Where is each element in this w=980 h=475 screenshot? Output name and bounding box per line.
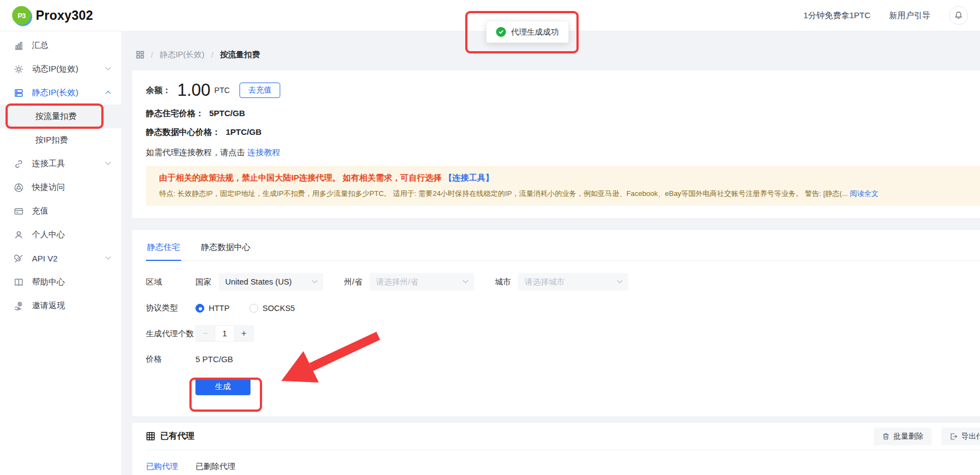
sidebar-item-label: 静态IP(长效) [32,88,78,98]
export-proxies-label: 导出代理 [961,432,980,441]
policy-warning-banner: 由于相关的政策法规，禁止中国大陆IP连接代理。 如有相关需求，可自行选择 【连接… [146,166,980,206]
sidebar-item-static-ip[interactable]: 静态IP(长效) [0,81,121,105]
sidebar-item-quick-access[interactable]: 快捷访问 [0,176,121,199]
residential-price-row: 静态住宅价格：5PTC/GB [146,108,980,119]
sidebar-item-summary[interactable]: 汇总 [0,34,121,57]
region-label: 区域 [146,277,195,287]
generate-button[interactable]: 生成 [195,378,251,395]
chevron-down-icon [106,254,111,260]
sidebar-item-referral[interactable]: 邀请返现 [0,294,121,318]
protocol-option-socks5[interactable]: SOCKS5 [249,304,295,313]
chevron-down-icon [312,277,318,283]
user-icon [14,230,24,240]
browser-icon [14,183,24,193]
protocol-option-http[interactable]: HTTP [195,304,230,313]
warning-headline-text: 由于相关的政策法规，禁止中国大陆IP连接代理。 如有相关需求，可自行选择 [159,173,444,182]
breadcrumb-level1[interactable]: 静态IP(长效) [160,50,204,60]
datacenter-price-label: 静态数据中心价格： [146,127,220,137]
sidebar-item-help-center[interactable]: 帮助中心 [0,270,121,294]
sidebar-item-label: 按IP扣费 [35,135,68,145]
read-more-link[interactable]: 阅读全文 [850,189,879,198]
radio-unselected-icon [249,304,258,313]
country-label: 国家 [195,277,211,287]
tutorial-link[interactable]: 连接教程 [247,148,280,157]
proxy-generator-card: 静态住宅 静态数据中心 区域 国家 United States (US) 州/省… [132,230,980,416]
server-icon [14,88,24,98]
proxy-count-row: 生成代理个数 − 1 + [146,325,980,342]
existing-proxies-tabs: 已购代理 已删除代理 [146,461,980,472]
header-actions: 1分钟免费拿1PTC 新用户引导 [803,6,968,25]
chevron-down-icon [106,160,111,165]
sidebar-item-label: 按流量扣费 [35,111,77,122]
residential-price-label: 静态住宅价格： [146,108,204,118]
brand-name: Proxy302 [36,8,93,23]
breadcrumb-separator: / [211,51,213,59]
breadcrumb: / 静态IP(长效) / 按流量扣费 [136,50,260,60]
existing-proxies-title-text: 已有代理 [160,430,194,442]
export-proxies-button[interactable]: 导出代理 [941,428,980,445]
new-user-guide-link[interactable]: 新用户引导 [889,10,930,21]
connect-tools-link[interactable]: 【连接工具】 [444,173,494,182]
radio-selected-icon [195,304,204,313]
success-check-icon [496,27,506,37]
credit-card-icon [14,206,24,216]
proxy302-app: P3 Proxy302 1分钟免费拿1PTC 新用户引导 汇 [0,0,980,475]
country-selected-value: United States (US) [225,277,292,286]
city-select[interactable]: 请选择城市 [518,273,628,291]
sidebar-item-personal-center[interactable]: 个人中心 [0,223,121,247]
tab-deleted-proxies[interactable]: 已删除代理 [195,461,236,472]
protocol-socks5-label: SOCKS5 [263,304,295,313]
tab-static-residential[interactable]: 静态住宅 [146,239,181,261]
proxy302-logo-icon: P3 [12,6,31,25]
sidebar-item-traffic-billing[interactable]: 按流量扣费 [0,105,121,128]
datacenter-price-row: 静态数据中心价格：1PTC/GB [146,127,980,138]
region-row: 区域 国家 United States (US) 州/省 请选择州/省 城市 请… [146,273,980,291]
sidebar-item-label: 汇总 [32,40,48,51]
country-select[interactable]: United States (US) [219,273,323,291]
warning-detail: 特点: 长效静态IP，固定IP地址，生成IP不扣费，用多少流量扣多少PTC。 适… [159,189,980,199]
brand[interactable]: P3 Proxy302 [12,6,93,25]
sidebar-item-label: 动态IP(短效) [32,64,78,74]
price-label: 价格 [146,354,195,364]
state-select[interactable]: 请选择州/省 [369,273,474,291]
existing-proxies-actions: 批量删除 导出代理 [874,428,980,445]
sidebar-item-api-v2[interactable]: API V2 [0,247,121,270]
bell-icon [954,11,963,20]
sidebar-item-connect-tools[interactable]: 连接工具 [0,152,121,176]
sidebar-nav: 汇总 动态IP(短效) 静态IP(长效) [0,31,121,475]
tab-static-datacenter[interactable]: 静态数据中心 [200,239,252,260]
gear-icon [14,64,24,74]
notification-bell-button[interactable] [949,6,968,25]
table-icon [146,432,155,441]
apps-grid-icon[interactable] [136,51,144,59]
tutorial-row: 如需代理连接教程，请点击 连接教程 [146,148,980,158]
recharge-button[interactable]: 去充值 [239,83,280,98]
sidebar-item-dynamic-ip[interactable]: 动态IP(短效) [0,57,121,81]
balance-label: 余额： [146,85,171,96]
existing-proxies-header: 已有代理 批量删除 导出代理 [146,423,980,450]
stepper-decrease-button[interactable]: − [196,326,215,341]
residential-price-value: 5PTC/GB [209,108,245,118]
protocol-http-label: HTTP [209,304,230,313]
hand-coin-icon [14,301,24,311]
sidebar-item-label: 充值 [32,206,48,216]
generator-tabs: 静态住宅 静态数据中心 [146,239,980,261]
datacenter-price-value: 1PTC/GB [226,127,262,137]
warning-headline: 由于相关的政策法规，禁止中国大陆IP连接代理。 如有相关需求，可自行选择 【连接… [159,173,980,183]
promo-link[interactable]: 1分钟免费拿1PTC [803,10,870,21]
existing-proxies-title: 已有代理 [146,430,194,442]
sidebar-item-ip-billing[interactable]: 按IP扣费 [0,128,121,152]
stepper-increase-button[interactable]: + [235,326,253,341]
city-label: 城市 [495,277,511,287]
batch-delete-button[interactable]: 批量删除 [874,428,932,445]
price-value: 5 PTC/GB [195,354,233,364]
breadcrumb-separator: / [151,51,153,59]
existing-proxies-card: 已有代理 批量删除 导出代理 已购代理 已删除代理 [132,423,980,475]
tab-purchased-proxies[interactable]: 已购代理 [146,461,178,472]
state-label: 州/省 [344,277,362,287]
sidebar-item-label: 邀请返现 [32,301,65,311]
chevron-down-icon [106,65,111,70]
bar-chart-icon [14,41,24,51]
stepper-value[interactable]: 1 [215,326,235,341]
sidebar-item-recharge[interactable]: 充值 [0,199,121,223]
